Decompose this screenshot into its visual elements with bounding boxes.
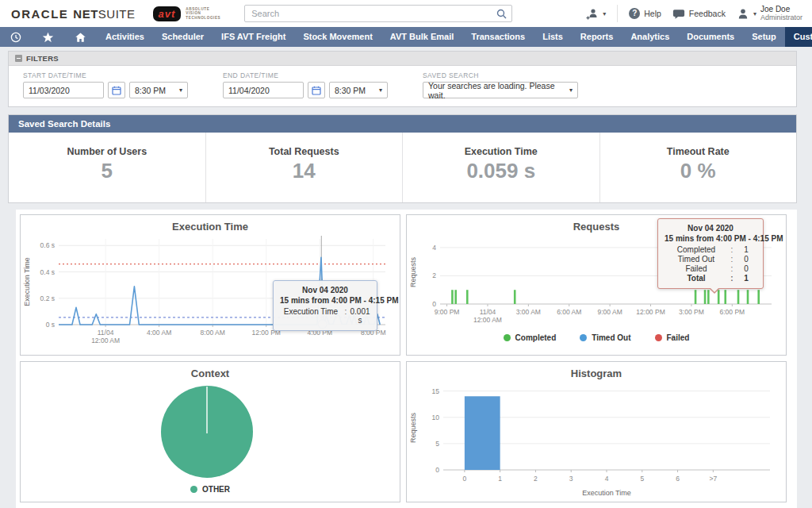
svg-text:12:00 PM: 12:00 PM — [636, 308, 665, 316]
legend-item-completed[interactable]: Completed — [504, 333, 557, 342]
netsuite-logo[interactable]: NET — [73, 7, 98, 21]
start-date-calendar-button[interactable] — [108, 82, 125, 98]
oracle-logo[interactable]: ORACLE — [11, 7, 68, 21]
header-divider — [617, 5, 618, 22]
context-chart-panel: Context OTHER — [20, 361, 400, 502]
user-menu[interactable]: ▾ Joe Doe Administrator — [737, 5, 802, 22]
end-date-input[interactable] — [223, 82, 304, 98]
collapse-icon[interactable] — [15, 55, 22, 62]
nav-item-activities[interactable]: Activities — [97, 27, 153, 47]
start-datetime-label: START DATE/TIME — [23, 71, 188, 79]
tooltip-row: Completed:1 — [665, 245, 756, 254]
svg-text:15: 15 — [432, 387, 440, 395]
filters-title: FILTERS — [26, 54, 59, 63]
nav-items: ActivitiesSchedulerIFS AVT FreightStock … — [97, 27, 812, 47]
svg-text:12:00 AM: 12:00 AM — [91, 337, 120, 344]
caret-down-icon: ▾ — [603, 10, 606, 17]
metric-timeout-rate: Timeout Rate0 % — [599, 133, 797, 202]
svg-text:6:00 PM: 6:00 PM — [719, 308, 745, 316]
nav-item-ifs-avt-freight[interactable]: IFS AVT Freight — [213, 27, 294, 47]
legend-dot — [190, 486, 197, 493]
avt-logo[interactable]: avt ABSOLUTEVISIONTECHNOLOGIES — [153, 6, 221, 21]
global-search — [244, 5, 512, 22]
svg-text:Execution Time: Execution Time — [582, 489, 631, 497]
calendar-icon — [312, 86, 321, 95]
charts-grid: Execution Time 0 s0.2 s0.4 s0.6 s11/0412… — [16, 210, 797, 508]
help-button[interactable]: ? Help — [629, 8, 661, 19]
user-name: Joe Doe — [760, 5, 802, 13]
histogram-bar-chart[interactable]: 0510150123456>7RequestsExecution Time — [407, 379, 779, 500]
svg-text:0 s: 0 s — [46, 321, 55, 329]
svg-text:9:00 PM: 9:00 PM — [435, 308, 460, 316]
legend-dot — [580, 334, 587, 341]
svg-text:0: 0 — [432, 300, 436, 308]
svg-text:0.4 s: 0.4 s — [40, 268, 55, 276]
caret-down-icon: ▾ — [569, 87, 573, 94]
context-legend: OTHER — [21, 485, 400, 494]
end-time-select[interactable]: 8:30 PM ▾ — [329, 82, 388, 98]
svg-text:Execution Time: Execution Time — [23, 257, 31, 306]
top-header: ORACLE NET SUITE avt ABSOLUTEVISIONTECHN… — [0, 0, 812, 27]
start-time-select[interactable]: 8:30 PM ▾ — [129, 82, 188, 98]
start-date-input[interactable] — [23, 82, 104, 98]
user-avatar-icon — [737, 8, 749, 20]
legend-item-failed[interactable]: Failed — [655, 333, 690, 342]
filters-header[interactable]: FILTERS — [9, 52, 796, 66]
caret-down-icon: ▾ — [753, 10, 756, 17]
user-role: Administrator — [760, 13, 802, 22]
nav-item-scheduler[interactable]: Scheduler — [153, 27, 213, 47]
nav-item-transactions[interactable]: Transactions — [462, 27, 534, 47]
saved-search-select[interactable]: Your searches are loading. Please wait. … — [423, 82, 578, 98]
metric-number-of-users: Number of Users5 — [9, 133, 205, 202]
shortcuts-star-icon[interactable] — [32, 27, 64, 47]
svg-text:0: 0 — [435, 466, 439, 474]
svg-text:4: 4 — [432, 244, 436, 252]
recent-records-icon[interactable] — [0, 27, 32, 47]
nav-item-customization[interactable]: Customization — [785, 27, 812, 47]
home-icon[interactable] — [64, 27, 97, 47]
end-datetime-filter: END DATE/TIME 8:30 PM ▾ — [223, 71, 388, 98]
nav-item-avt-bulk-email[interactable]: AVT Bulk Email — [381, 27, 462, 47]
tooltip-arrow — [709, 288, 720, 294]
execution-time-tooltip: Nov 04 2020 15 mins from 4:00 PM - 4:15 … — [273, 280, 377, 331]
start-datetime-filter: START DATE/TIME 8:30 PM ▾ — [23, 71, 188, 98]
metric-execution-time: Execution Time0.059 s — [402, 133, 599, 202]
nav-item-lists[interactable]: Lists — [534, 27, 572, 47]
search-icon[interactable] — [496, 8, 507, 22]
nav-item-reports[interactable]: Reports — [572, 27, 622, 47]
feedback-button[interactable]: Feedback — [672, 8, 726, 20]
nav-item-documents[interactable]: Documents — [678, 27, 743, 47]
histogram-chart-title: Histogram — [407, 362, 786, 379]
svg-text:9:00 AM: 9:00 AM — [598, 308, 622, 316]
svg-text:6:00 AM: 6:00 AM — [557, 308, 581, 316]
histogram-chart-panel: Histogram 0510150123456>7RequestsExecuti… — [406, 361, 787, 502]
nav-item-analytics[interactable]: Analytics — [622, 27, 678, 47]
user-identity: Joe Doe Administrator — [760, 5, 802, 22]
end-date-calendar-button[interactable] — [308, 82, 325, 98]
context-pie-chart[interactable] — [21, 379, 393, 481]
main-nav: ActivitiesSchedulerIFS AVT FreightStock … — [0, 27, 812, 47]
avt-logo-mark: avt — [153, 6, 182, 21]
legend-item-other[interactable]: OTHER — [190, 485, 230, 494]
svg-text:2: 2 — [534, 475, 538, 483]
calendar-icon — [112, 86, 121, 95]
nav-item-stock-movement[interactable]: Stock Movement — [294, 27, 381, 47]
requests-chart-panel: Requests 0249:00 PM11/0412:00 AM3:00 AM6… — [406, 214, 787, 356]
netsuite-logo-suffix: SUITE — [98, 7, 136, 21]
execution-time-chart-title: Execution Time — [21, 215, 400, 233]
legend-item-timed-out[interactable]: Timed Out — [580, 333, 630, 342]
end-datetime-label: END DATE/TIME — [223, 71, 388, 79]
tooltip-row: Total:1 — [665, 274, 756, 283]
svg-text:Requests: Requests — [409, 256, 417, 287]
search-input[interactable] — [244, 5, 512, 22]
svg-text:5: 5 — [640, 475, 644, 483]
svg-text:0.2 s: 0.2 s — [40, 294, 55, 302]
svg-text:2: 2 — [432, 271, 436, 279]
nav-item-setup[interactable]: Setup — [743, 27, 785, 47]
legend-dot — [655, 334, 662, 341]
svg-text:3: 3 — [569, 475, 573, 483]
context-chart-title: Context — [21, 362, 400, 379]
svg-text:0: 0 — [463, 475, 467, 483]
quick-add-menu[interactable]: ▾ — [586, 8, 606, 20]
svg-text:8:00 AM: 8:00 AM — [201, 329, 225, 337]
